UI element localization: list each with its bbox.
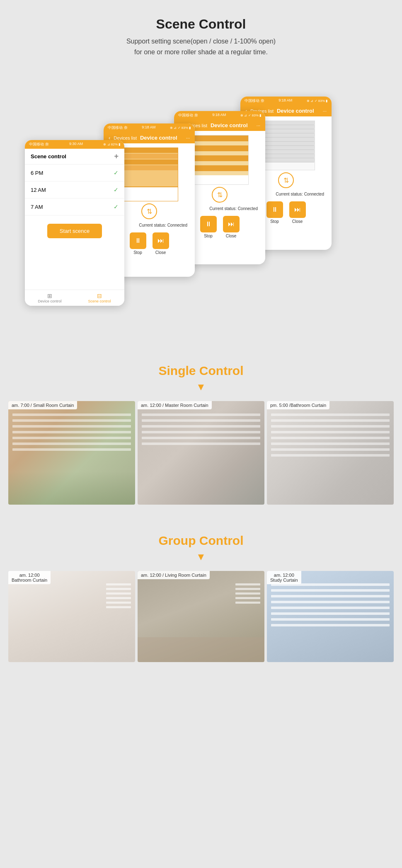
- single-photo-2: am. 12:00 / Master Room Curtain: [138, 401, 264, 505]
- group-photo-3-line2: Study Curtain: [270, 578, 298, 583]
- group-control-photos: am. 12:00 Bathroom Curtain am. 12:00 / L…: [8, 571, 394, 662]
- scene-item-1-check: ✓: [114, 169, 119, 176]
- single-photo-3: pm. 5:00 /Bathroom Curtain: [267, 401, 394, 505]
- phone1-add-btn[interactable]: +: [114, 152, 119, 161]
- phone3-close-btn[interactable]: ⏭ Close: [223, 216, 240, 238]
- phone2-stop-icon[interactable]: ⏸: [130, 232, 146, 249]
- phone2-stop-btn[interactable]: ⏸ Stop: [130, 232, 146, 255]
- phone3-stop-label: Stop: [204, 234, 213, 238]
- group-control-title: Group Control: [8, 534, 394, 548]
- phone4-time: 9:18 AM: [278, 98, 292, 104]
- group-photo-2-label: am. 12:00 / Living Room Curtain: [138, 571, 210, 579]
- phone2-close-btn[interactable]: ⏭ Close: [153, 232, 169, 255]
- single-control-section: Single Control ▼ am. 7:00 / Small Room C…: [0, 347, 402, 517]
- phone1-bottom-nav: ⊞ Device control ⊟ Scene control: [25, 290, 124, 306]
- single-photo-1-shade: [12, 413, 131, 454]
- phone4-icons: ⊕ ⊿ ✓ 83% ▮: [307, 98, 327, 104]
- phone2-close-label: Close: [155, 250, 166, 255]
- phone3-stop-btn[interactable]: ⏸ Stop: [200, 216, 217, 238]
- phone1-status-bar: 中国移动 奈 9:30 AM ⊕ ⊿ 82% ▮: [25, 140, 124, 149]
- phone2-title: Device control: [140, 135, 177, 141]
- phones-container: 中国移动 奈 9:18 AM ⊕ ⊿ ✓ 83% ▮ ‹ Devices lis…: [8, 70, 394, 339]
- scene-item-1-time: 6 PM: [31, 170, 43, 176]
- phone1-nav-scene[interactable]: ⊟ Scene control: [75, 293, 124, 303]
- scene-nav-icon: ⊟: [75, 293, 124, 299]
- phone4-carrier: 中国移动 奈: [245, 98, 264, 104]
- phone3-icons: ⊕ ⊿ ✓ 83% ▮: [240, 113, 261, 118]
- device-nav-label: Device control: [38, 299, 61, 303]
- group-photo-3-line1: am. 12:00: [274, 573, 294, 578]
- start-scene-btn[interactable]: Start scence: [47, 224, 102, 238]
- phone1-title: Scene control: [31, 153, 66, 160]
- phone1-nav-device[interactable]: ⊞ Device control: [25, 293, 75, 303]
- phone1-time: 9:30 AM: [69, 142, 83, 147]
- phone2-menu-dots[interactable]: ···: [186, 135, 190, 140]
- phone4-updown-btn[interactable]: ⇅: [278, 172, 294, 188]
- phone1-icons: ⊕ ⊿ 82% ▮: [103, 142, 120, 147]
- phone4-close-label: Close: [292, 219, 303, 224]
- group-photo-1-label: am. 12:00 Bathroom Curtain: [8, 571, 51, 584]
- single-control-arrow: ▼: [8, 381, 394, 393]
- scene-item-1[interactable]: 6 PM ✓: [25, 164, 124, 181]
- scene-nav-label: Scene control: [88, 299, 111, 303]
- scene-item-2-check: ✓: [114, 186, 119, 193]
- group-photo-3: am. 12:00 Study Curtain: [267, 571, 394, 662]
- phone4-control-btns: ⏸ Stop ⏭ Close: [263, 198, 309, 227]
- phone-1: 中国移动 奈 9:30 AM ⊕ ⊿ 82% ▮ Scene control +…: [25, 140, 124, 306]
- scene-item-2-time: 12 AM: [31, 187, 46, 193]
- single-photo-1: am. 7:00 / Small Room Curtain: [8, 401, 135, 505]
- group-control-arrow: ▼: [8, 551, 394, 563]
- group-photo-1-blinds: [106, 583, 131, 611]
- phone2-devices-label: Devices list: [114, 135, 137, 140]
- scene-control-section: Scene Control Support setting scene(open…: [0, 0, 402, 347]
- scene-control-title: Scene Control: [8, 17, 394, 32]
- group-control-section: Group Control ▼ am. 12:00 Bathroom Curta…: [0, 517, 402, 675]
- scene-item-3-time: 7 AM: [31, 204, 43, 210]
- phone2-updown-btn[interactable]: ⇅: [141, 203, 157, 219]
- phone3-stop-icon[interactable]: ⏸: [200, 216, 217, 232]
- group-photo-1-line2: Bathroom Curtain: [12, 578, 47, 583]
- single-photo-2-label: am. 12:00 / Master Room Curtain: [138, 401, 212, 409]
- phone2-stop-label: Stop: [133, 250, 142, 255]
- device-nav-icon: ⊞: [25, 293, 75, 299]
- group-photo-3-label: am. 12:00 Study Curtain: [267, 571, 301, 584]
- scene-item-3[interactable]: 7 AM ✓: [25, 198, 124, 215]
- phone3-updown-btn[interactable]: ⇅: [212, 187, 228, 203]
- phone4-close-btn[interactable]: ⏭ Close: [289, 201, 306, 224]
- single-photo-3-shade: [271, 413, 390, 460]
- phone3-close-label: Close: [226, 234, 237, 238]
- scene-item-2[interactable]: 12 AM ✓: [25, 181, 124, 198]
- group-photo-2-line1: am. 12:00 / Living Room Curtain: [141, 573, 206, 578]
- phone3-zebra-visual: [191, 135, 249, 185]
- phone1-title-bar: Scene control +: [25, 149, 124, 164]
- phone2-icons: ⊕ ⊿ ✓ 83% ▮: [170, 125, 191, 131]
- scene-item-3-check: ✓: [114, 203, 119, 210]
- single-control-photos: am. 7:00 / Small Room Curtain am. 12:00 …: [8, 401, 394, 505]
- phone4-title: Device control: [277, 108, 314, 114]
- phone4-close-icon[interactable]: ⏭: [289, 201, 306, 218]
- scene-control-subtitle-2: for one or more roller shade at a regula…: [8, 47, 394, 58]
- phone4-stop-btn[interactable]: ⏸ Stop: [266, 201, 283, 224]
- phone1-carrier: 中国移动 奈: [29, 142, 49, 147]
- single-photo-2-shade: [142, 413, 260, 448]
- phone2-status-bar: 中国移动 奈 9:18 AM ⊕ ⊿ ✓ 83% ▮: [104, 123, 195, 132]
- phone3-close-icon[interactable]: ⏭: [223, 216, 240, 232]
- phone3-status-bar: 中国移动 奈 9:18 AM ⊕ ⊿ ✓ 83% ▮: [174, 111, 265, 120]
- phone3-menu-dots[interactable]: ···: [257, 123, 260, 128]
- phone2-carrier: 中国移动 奈: [108, 125, 128, 131]
- phone3-control-btns: ⏸ Stop ⏭ Close: [197, 213, 243, 242]
- group-photo-2: am. 12:00 / Living Room Curtain: [138, 571, 264, 662]
- phone4-blinds-visual: [257, 121, 315, 170]
- group-photo-3-shade: [271, 583, 390, 630]
- phone4-menu-dots[interactable]: ···: [323, 109, 327, 114]
- single-photo-3-label: pm. 5:00 /Bathroom Curtain: [267, 401, 329, 409]
- phone3-time: 9:18 AM: [212, 113, 226, 118]
- phone2-close-icon[interactable]: ⏭: [153, 232, 169, 249]
- single-photo-1-label: am. 7:00 / Small Room Curtain: [8, 401, 77, 409]
- phone2-control-btns: ⏸ Stop ⏭ Close: [126, 229, 172, 258]
- phone4-stop-icon[interactable]: ⏸: [266, 201, 283, 218]
- group-photo-1: am. 12:00 Bathroom Curtain: [8, 571, 135, 662]
- phone4-stop-label: Stop: [270, 219, 279, 224]
- scene-control-subtitle-1: Support setting scene(open / close / 1-1…: [8, 36, 394, 47]
- phone4-status-bar: 中国移动 奈 9:18 AM ⊕ ⊿ ✓ 83% ▮: [240, 97, 332, 105]
